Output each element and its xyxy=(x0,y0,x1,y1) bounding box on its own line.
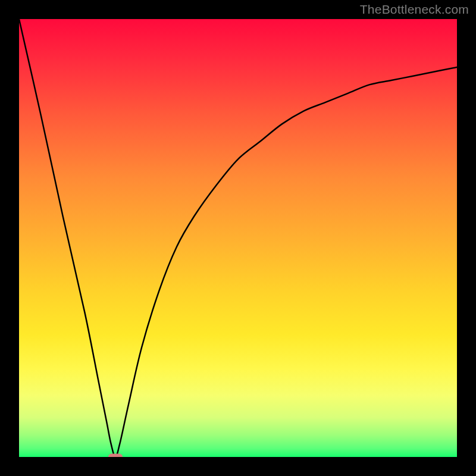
curve-path xyxy=(19,19,457,457)
watermark-text: TheBottleneck.com xyxy=(360,2,469,17)
chart-frame: TheBottleneck.com xyxy=(0,0,476,476)
plot-area xyxy=(19,19,457,457)
minimum-marker xyxy=(108,454,123,458)
bottleneck-curve xyxy=(19,19,457,457)
